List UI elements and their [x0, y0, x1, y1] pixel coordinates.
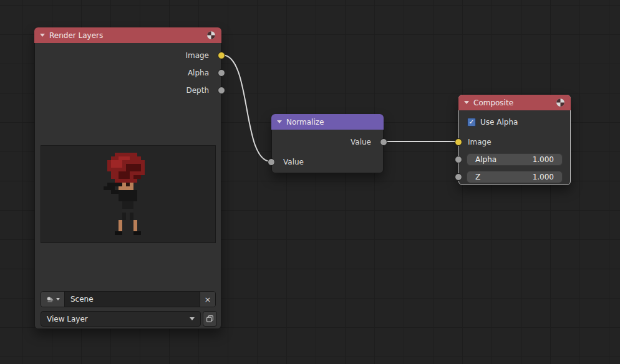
z-number-field[interactable]: Z 1.000	[467, 171, 563, 183]
image-input-socket[interactable]	[455, 138, 462, 146]
normalize-node[interactable]: Normalize Value Value	[271, 114, 384, 173]
input-label: Image	[468, 138, 492, 146]
output-label: Image	[185, 51, 209, 60]
value-output-socket[interactable]	[380, 138, 387, 146]
render-result-icon	[206, 31, 216, 40]
render-layers-header[interactable]: Render Layers	[34, 27, 221, 43]
output-label: Value	[351, 138, 371, 146]
normalize-header[interactable]: Normalize	[271, 114, 384, 130]
new-view-layer-button[interactable]	[203, 311, 217, 327]
checkmark-icon: ✓	[469, 119, 474, 125]
use-alpha-row: ✓ Use Alpha	[467, 116, 518, 128]
render-preview-sprite	[41, 146, 215, 242]
value-input-socket[interactable]	[268, 158, 275, 166]
browse-scene-button[interactable]	[41, 292, 65, 307]
field-label: Z	[475, 173, 480, 181]
composite-node[interactable]: Composite ✓ Use Alpha Image Alpha 1.000	[458, 95, 571, 185]
render-result-icon	[556, 98, 565, 107]
output-row-depth: Depth	[35, 84, 221, 97]
field-value: 1.000	[533, 173, 554, 181]
alpha-input-socket[interactable]	[455, 156, 462, 163]
output-label: Depth	[186, 86, 209, 95]
copy-icon	[206, 315, 214, 323]
field-label: Alpha	[475, 155, 496, 164]
use-alpha-label: Use Alpha	[480, 118, 518, 127]
render-layers-node[interactable]: Render Layers Image Alpha Depth	[34, 27, 221, 329]
unlink-scene-button[interactable]: ×	[200, 292, 215, 307]
z-input-socket[interactable]	[455, 173, 462, 181]
image-output-socket[interactable]	[218, 52, 225, 59]
collapse-arrow-icon[interactable]	[464, 101, 469, 104]
use-alpha-checkbox[interactable]: ✓	[467, 118, 476, 127]
alpha-number-field[interactable]: Alpha 1.000	[467, 153, 563, 166]
input-label: Value	[283, 158, 304, 166]
scene-name-field[interactable]: Scene	[65, 292, 200, 307]
node-editor-canvas[interactable]: Render Layers Image Alpha Depth	[0, 0, 620, 364]
chevron-down-icon	[56, 298, 60, 300]
output-row-alpha: Alpha	[35, 67, 221, 79]
render-preview	[41, 145, 216, 243]
input-row-value: Value	[272, 156, 383, 168]
view-layer-value: View Layer	[47, 315, 88, 323]
composite-header[interactable]: Composite	[458, 95, 571, 110]
collapse-arrow-icon[interactable]	[277, 120, 282, 123]
output-label: Alpha	[188, 69, 209, 77]
link-image-to-normalize	[222, 55, 271, 161]
scene-selector: Scene ×	[41, 291, 216, 307]
depth-output-socket[interactable]	[218, 87, 225, 94]
node-title: Normalize	[286, 118, 324, 127]
alpha-output-socket[interactable]	[218, 69, 225, 77]
node-title: Composite	[473, 98, 513, 107]
clear-icon: ×	[205, 295, 211, 304]
scene-icon	[46, 295, 54, 304]
output-row-value: Value	[272, 136, 383, 148]
view-layer-select[interactable]: View Layer	[41, 311, 201, 327]
chevron-down-icon	[190, 317, 195, 320]
node-title: Render Layers	[49, 31, 103, 40]
output-row-image: Image	[35, 49, 221, 62]
collapse-arrow-icon[interactable]	[40, 34, 45, 37]
field-value: 1.000	[533, 155, 554, 164]
input-row-image: Image	[459, 136, 570, 148]
